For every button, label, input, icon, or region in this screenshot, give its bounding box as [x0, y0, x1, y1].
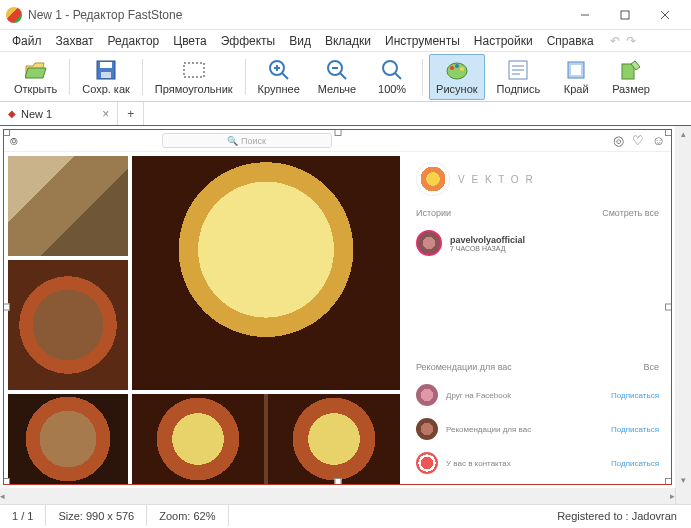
status-bar: 1 / 1 Size: 990 x 576 Zoom: 62% Register… — [0, 504, 691, 526]
stories-header: Истории — [416, 208, 451, 218]
ig-search-placeholder: Поиск — [241, 136, 266, 146]
photo-thumbnail — [8, 156, 128, 256]
edge-button[interactable]: Край — [552, 54, 600, 100]
rec-text: Друг на Facebook — [446, 391, 603, 400]
resize-handle[interactable] — [3, 304, 10, 311]
zoom-in-button[interactable]: Крупнее — [252, 54, 306, 100]
tab-bar: ◆ New 1 × + — [0, 102, 691, 126]
undo-icon[interactable]: ↶ — [610, 34, 620, 48]
svg-rect-27 — [622, 64, 634, 79]
menu-view[interactable]: Вид — [283, 32, 317, 50]
app-icon — [6, 7, 22, 23]
redo-icon[interactable]: ↷ — [626, 34, 636, 48]
see-all-link: Смотреть все — [602, 208, 659, 218]
folder-open-icon — [24, 58, 48, 82]
svg-point-19 — [455, 64, 459, 68]
window-title: New 1 - Редактор FastStone — [28, 8, 565, 22]
recommendation-row: Рекомендации для вас Подписаться — [416, 418, 659, 440]
rec-text: Рекомендации для вас — [446, 425, 603, 434]
close-button[interactable] — [645, 1, 685, 29]
zoom-100-button[interactable]: 100% — [368, 54, 416, 100]
rec-avatar — [416, 384, 438, 406]
svg-rect-6 — [101, 72, 111, 78]
scroll-up-button[interactable]: ▴ — [675, 126, 691, 142]
svg-point-20 — [460, 67, 464, 71]
zoom-indicator: Zoom: 62% — [147, 505, 228, 526]
save-as-label: Сохр. как — [82, 83, 130, 95]
resize-handle[interactable] — [3, 129, 10, 136]
rectangle-select-button[interactable]: Прямоугольник — [149, 54, 239, 100]
zoom-out-icon — [325, 58, 349, 82]
menu-help[interactable]: Справка — [541, 32, 600, 50]
svg-line-9 — [282, 73, 288, 79]
resize-handle[interactable] — [665, 304, 672, 311]
svg-line-16 — [395, 73, 401, 79]
tab-close-button[interactable]: × — [102, 107, 109, 121]
resize-handle[interactable] — [334, 478, 341, 485]
zoom-100-label: 100% — [378, 83, 406, 95]
story-avatar — [416, 230, 442, 256]
menu-editor[interactable]: Редактор — [102, 32, 166, 50]
page-indicator: 1 / 1 — [0, 505, 46, 526]
new-tab-button[interactable]: + — [118, 102, 144, 125]
subscribe-link: Подписаться — [611, 391, 659, 400]
zoom-in-label: Крупнее — [258, 83, 300, 95]
photo-thumbnail — [8, 260, 128, 390]
menu-tabs[interactable]: Вкладки — [319, 32, 377, 50]
maximize-button[interactable] — [605, 1, 645, 29]
story-time: 7 ЧАСОВ НАЗАД — [450, 245, 525, 252]
search-icon: 🔍 — [227, 136, 238, 146]
menu-file[interactable]: Файл — [6, 32, 48, 50]
vertical-scrollbar[interactable]: ▴ ▾ — [675, 126, 691, 488]
menu-capture[interactable]: Захват — [50, 32, 100, 50]
compass-icon: ◎ — [613, 133, 624, 148]
resize-handle[interactable] — [3, 478, 10, 485]
resize-handle[interactable] — [665, 478, 672, 485]
rec-avatar — [416, 452, 438, 474]
tab-label: New 1 — [21, 108, 52, 120]
draw-button[interactable]: Рисунок — [429, 54, 485, 100]
draw-label: Рисунок — [436, 83, 478, 95]
document-tab[interactable]: ◆ New 1 × — [0, 102, 118, 125]
open-button[interactable]: Открыть — [8, 54, 63, 100]
edge-icon — [564, 58, 588, 82]
caption-icon — [506, 58, 530, 82]
menu-colors[interactable]: Цвета — [167, 32, 212, 50]
title-bar: New 1 - Редактор FastStone — [0, 0, 691, 30]
instagram-logo-icon: ⌾ — [10, 133, 18, 148]
toolbar: Открыть Сохр. как Прямоугольник Крупнее … — [0, 52, 691, 102]
caption-button[interactable]: Подпись — [491, 54, 547, 100]
rec-avatar — [416, 418, 438, 440]
menu-tools[interactable]: Инструменты — [379, 32, 466, 50]
palette-icon — [445, 58, 469, 82]
canvas[interactable]: ⌾ 🔍 Поиск ◎ ♡ ☺ — [3, 129, 672, 485]
menu-settings[interactable]: Настройки — [468, 32, 539, 50]
photo-thumbnail — [132, 394, 400, 484]
recs-all-link: Все — [643, 362, 659, 372]
size-indicator: Size: 990 x 576 — [46, 505, 147, 526]
svg-point-15 — [383, 61, 397, 75]
edge-label: Край — [564, 83, 589, 95]
menu-effects[interactable]: Эффекты — [215, 32, 282, 50]
zoom-out-button[interactable]: Мельче — [312, 54, 362, 100]
photo-thumbnail — [132, 156, 400, 390]
open-label: Открыть — [14, 83, 57, 95]
recs-header: Рекомендации для вас — [416, 362, 512, 372]
horizontal-scrollbar[interactable]: ◂ ▸ — [0, 488, 691, 504]
registration-label: Registered to : Jadovran — [543, 510, 691, 522]
scroll-down-button[interactable]: ▾ — [675, 472, 691, 488]
marquee-icon — [182, 58, 206, 82]
recommendation-row: У вас в контактах Подписаться — [416, 452, 659, 474]
zoom-out-label: Мельче — [318, 83, 356, 95]
save-as-button[interactable]: Сохр. как — [76, 54, 136, 100]
svg-rect-7 — [184, 63, 204, 77]
rec-text: У вас в контактах — [446, 459, 603, 468]
resize-handle[interactable] — [334, 129, 341, 136]
svg-line-13 — [340, 73, 346, 79]
resize-handle[interactable] — [665, 129, 672, 136]
resize-button[interactable]: Размер — [606, 54, 656, 100]
minimize-button[interactable] — [565, 1, 605, 29]
caption-label: Подпись — [497, 83, 541, 95]
menu-bar: Файл Захват Редактор Цвета Эффекты Вид В… — [0, 30, 691, 52]
modified-indicator-icon: ◆ — [8, 108, 16, 119]
